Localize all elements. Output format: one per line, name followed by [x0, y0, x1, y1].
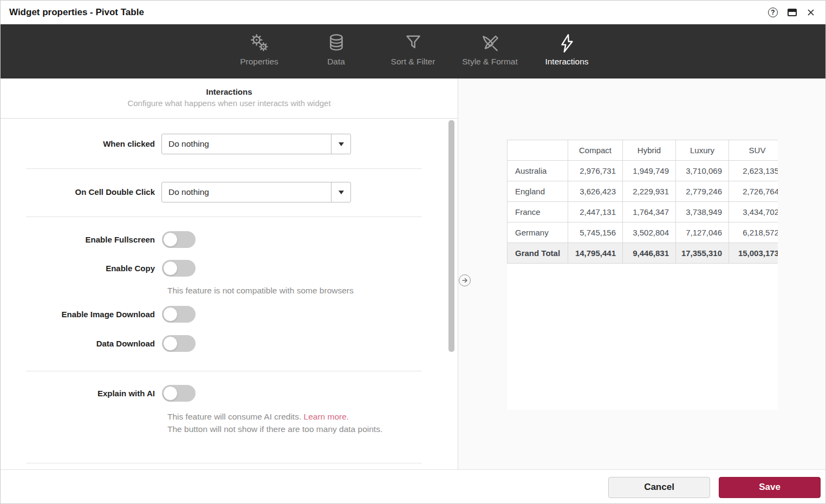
when-clicked-dropdown[interactable]: Do nothing [161, 134, 351, 154]
toggle-knob [163, 336, 178, 351]
pivot-cell: 3,626,423 [568, 181, 623, 202]
enable-image-download-label: Enable Image Download [1, 306, 155, 323]
pivot-cell: 1,764,347 [623, 202, 676, 222]
save-button[interactable]: Save [719, 477, 821, 498]
lightning-icon [556, 32, 578, 55]
table-row: Germany 5,745,156 3,502,804 7,127,046 6,… [508, 222, 778, 243]
tab-sort-filter[interactable]: Sort & Filter [378, 32, 449, 67]
design-icon [479, 32, 502, 55]
pivot-cell: 2,779,246 [676, 181, 729, 202]
grand-total-row: Grand Total 14,795,441 9,446,831 17,355,… [508, 243, 778, 264]
toggle-knob [163, 386, 178, 401]
tab-properties[interactable]: Properties [224, 32, 295, 67]
pivot-cell: 2,976,731 [568, 161, 623, 181]
collapse-preview-button[interactable] [459, 274, 471, 286]
pivot-column-header: Luxury [676, 140, 729, 161]
table-row: England 3,626,423 2,229,931 2,779,246 2,… [508, 181, 778, 202]
pivot-table-preview: Compact Hybrid Luxury SUV Australia 2,97… [507, 140, 778, 410]
close-icon [807, 8, 815, 17]
pivot-cell: 3,434,702 [729, 202, 778, 222]
widget-properties-dialog: Widget properties - Pivot Table ? [0, 0, 826, 504]
tab-label: Style & Format [462, 57, 518, 67]
row-label: England [508, 181, 568, 202]
pivot-cell: 14,795,441 [568, 243, 623, 264]
toggle-knob [163, 261, 178, 276]
enable-image-download-row: Enable Image Download [1, 306, 155, 323]
tab-style-format[interactable]: Style & Format [454, 32, 526, 67]
double-click-row: On Cell Double Click [1, 182, 155, 202]
pivot-cell: 6,218,572 [729, 222, 778, 243]
chevron-down-icon [339, 142, 344, 146]
dialog-content: Interactions Configure what happens when… [1, 78, 825, 469]
explain-ai-row: Explain with AI [1, 385, 155, 402]
table-row: France 2,447,131 1,764,347 3,738,949 3,4… [508, 202, 778, 222]
cancel-button[interactable]: Cancel [608, 477, 710, 498]
tab-label: Interactions [545, 57, 588, 67]
double-click-value: Do nothing [162, 187, 331, 197]
row-label: France [508, 202, 568, 222]
pivot-header-row: Compact Hybrid Luxury SUV [508, 140, 778, 161]
table-row: Australia 2,976,731 1,949,749 3,710,069 … [508, 161, 778, 181]
dialog-title: Widget properties - Pivot Table [9, 7, 144, 18]
maximize-icon [788, 9, 797, 16]
pivot-cell: 2,447,131 [568, 202, 623, 222]
help-icon: ? [768, 8, 778, 17]
enable-fullscreen-toggle[interactable] [162, 231, 196, 248]
arrow-right-circle-icon [461, 277, 469, 284]
dropdown-arrow-button[interactable] [331, 134, 350, 154]
double-click-dropdown[interactable]: Do nothing [161, 182, 351, 202]
separator [26, 463, 422, 463]
data-download-toggle[interactable] [162, 335, 196, 352]
enable-copy-toggle[interactable] [162, 260, 196, 277]
panel-subheading: Configure what happens when user interac… [1, 99, 458, 108]
pivot-cell: 9,446,831 [623, 243, 676, 264]
enable-copy-note: This feature is not compatible with some… [167, 286, 354, 296]
pivot-cell: 5,745,156 [568, 222, 623, 243]
maximize-button[interactable] [786, 6, 798, 18]
pivot-cell: 17,355,310 [676, 243, 729, 264]
double-click-label: On Cell Double Click [1, 182, 155, 202]
enable-copy-row: Enable Copy [1, 260, 155, 277]
help-button[interactable]: ? [767, 6, 779, 18]
learn-more-link[interactable]: Learn more. [304, 412, 349, 421]
ai-note-text: This feature will consume AI credits. [167, 412, 304, 421]
dropdown-arrow-button[interactable] [331, 182, 350, 202]
database-icon [325, 32, 348, 55]
title-bar: Widget properties - Pivot Table ? [1, 1, 825, 24]
row-label: Grand Total [508, 243, 568, 264]
when-clicked-label: When clicked [1, 134, 155, 154]
pivot-cell: 2,726,764 [729, 181, 778, 202]
close-button[interactable] [805, 6, 817, 18]
data-download-row: Data Download [1, 335, 155, 352]
enable-copy-label: Enable Copy [1, 260, 155, 277]
tab-data[interactable]: Data [301, 32, 372, 67]
interactions-settings-panel: Interactions Configure what happens when… [1, 78, 458, 469]
pivot-cell: 3,710,069 [676, 161, 729, 181]
tab-label: Sort & Filter [391, 57, 435, 67]
vertical-scrollbar[interactable] [448, 120, 454, 352]
ai-note-line2: The button will not show if there are to… [167, 423, 383, 435]
enable-fullscreen-row: Enable Fullscreen [1, 231, 155, 248]
panel-body: When clicked Do nothing On Cell Double C… [1, 119, 458, 469]
pivot-cell: 2,623,135 [729, 161, 778, 181]
explain-ai-toggle[interactable] [162, 385, 196, 402]
toggle-knob [163, 232, 178, 247]
toggle-knob [163, 307, 178, 322]
widget-preview-panel: Compact Hybrid Luxury SUV Australia 2,97… [458, 78, 825, 469]
pivot-cell: 1,949,749 [623, 161, 676, 181]
pivot-table: Compact Hybrid Luxury SUV Australia 2,97… [507, 140, 778, 264]
when-clicked-row: When clicked [1, 134, 155, 154]
enable-image-download-toggle[interactable] [162, 306, 196, 323]
chevron-down-icon [339, 191, 344, 194]
pivot-cell: 2,229,931 [623, 181, 676, 202]
row-label: Germany [508, 222, 568, 243]
pivot-cell: 3,738,949 [676, 202, 729, 222]
dialog-footer: Cancel Save [1, 469, 825, 504]
window-controls: ? [767, 6, 817, 18]
separator [26, 168, 422, 169]
properties-tab-bar: Properties Data Sort & Filter [1, 24, 825, 78]
tab-label: Data [327, 57, 345, 67]
pivot-column-header: Compact [568, 140, 623, 161]
tab-interactions[interactable]: Interactions [531, 32, 603, 67]
explain-ai-label: Explain with AI [1, 385, 155, 402]
